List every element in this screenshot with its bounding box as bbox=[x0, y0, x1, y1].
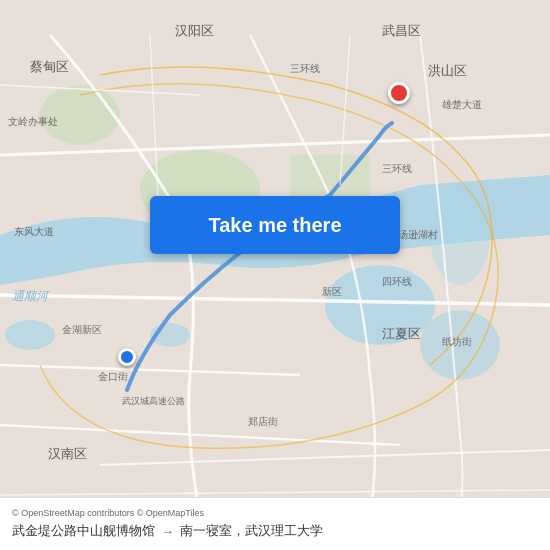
route-origin: 武金堤公路中山舰博物馆 bbox=[12, 522, 155, 540]
svg-point-2 bbox=[40, 85, 120, 145]
svg-point-6 bbox=[325, 265, 435, 345]
svg-point-7 bbox=[420, 310, 500, 380]
attribution: © OpenStreetMap contributors © OpenMapTi… bbox=[12, 508, 538, 518]
svg-point-8 bbox=[5, 320, 55, 350]
route-info: 武金堤公路中山舰博物馆 → 南一寝室，武汉理工大学 bbox=[12, 522, 538, 540]
map-container: 汉阳区 武昌区 洪山区 汉南区 江夏区 蔡甸区 文岭办事处 东风大道 通顺河 金… bbox=[0, 0, 550, 550]
destination-marker bbox=[388, 82, 410, 104]
route-arrow: → bbox=[161, 524, 174, 539]
take-me-there-button[interactable]: Take me there bbox=[150, 196, 400, 254]
route-destination: 南一寝室，武汉理工大学 bbox=[180, 522, 323, 540]
bottom-bar: © OpenStreetMap contributors © OpenMapTi… bbox=[0, 497, 550, 550]
origin-marker bbox=[118, 348, 136, 366]
